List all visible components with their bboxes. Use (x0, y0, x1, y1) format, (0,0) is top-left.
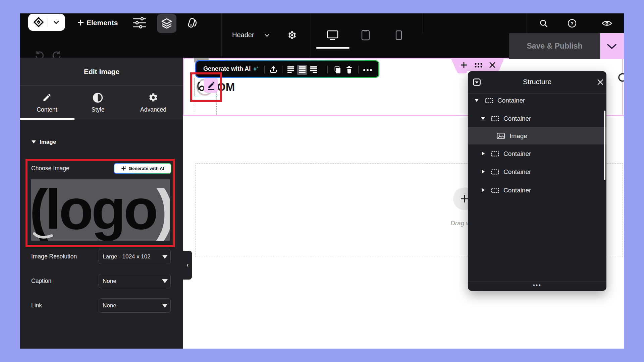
svg-text:?: ? (571, 21, 574, 26)
